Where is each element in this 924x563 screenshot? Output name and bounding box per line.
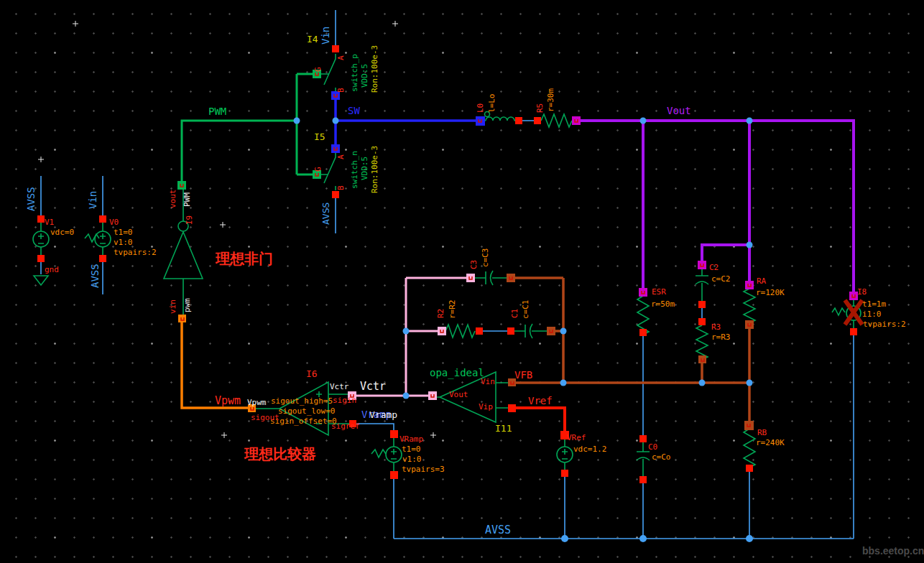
- net-label-vpwm[interactable]: Vpwm: [215, 396, 241, 407]
- pin-net-label-vramp[interactable]: Vramp: [369, 410, 397, 420]
- label-i4-vdd[interactable]: VDD:5: [361, 64, 369, 88]
- label-i6-p2[interactable]: sigout_low=0: [278, 407, 335, 416]
- symbol-source-v0[interactable]: [85, 223, 111, 257]
- symbol-cap-c3[interactable]: [474, 271, 507, 285]
- label-gnd[interactable]: gnd: [45, 266, 59, 274]
- net-label-vref[interactable]: Vref: [528, 396, 553, 406]
- label-i4-name[interactable]: I4: [307, 34, 318, 45]
- symbol-resistor-r3[interactable]: [696, 325, 708, 360]
- label-v1-name[interactable]: V1: [45, 218, 54, 227]
- label-r2-name[interactable]: R2: [437, 309, 445, 318]
- symbol-gnd[interactable]: [34, 276, 48, 285]
- net-label-avss-v0[interactable]: AVSS: [90, 264, 101, 288]
- label-vramp-p2[interactable]: v1:0: [402, 455, 422, 464]
- label-vramp-p1[interactable]: t1=0: [402, 445, 421, 454]
- net-label-vctr[interactable]: Vctr: [360, 381, 386, 393]
- label-i4-model[interactable]: switch_p: [351, 54, 359, 92]
- net-label-vin-v0[interactable]: Vin: [88, 191, 98, 209]
- net-label-avss-v1[interactable]: AVSS: [26, 187, 37, 211]
- label-c2-param[interactable]: c=C2: [711, 275, 731, 284]
- label-i11-model[interactable]: opa_ideal: [430, 368, 484, 378]
- pin-net-label-vpwm[interactable]: Vpwm: [247, 399, 267, 407]
- net-label-avss-rail[interactable]: AVSS: [485, 525, 511, 536]
- annotation-ideal-comparator[interactable]: 理想比较器: [244, 447, 316, 462]
- label-i5-ron[interactable]: Ron:100e-3: [371, 146, 379, 193]
- pin-net-label-pwm-lower[interactable]: pwm: [183, 298, 192, 312]
- label-i9-name[interactable]: I9: [185, 215, 194, 225]
- label-vref-param[interactable]: vdc=1.2: [573, 445, 606, 454]
- symbol-inductor-l0[interactable]: [484, 112, 516, 121]
- label-c1-name[interactable]: C1: [511, 309, 519, 318]
- label-ra-name[interactable]: RA: [757, 277, 766, 286]
- symbol-opamp-i11[interactable]: [435, 372, 508, 422]
- symbol-switch-i4[interactable]: [321, 54, 336, 92]
- wire-thin-blue-nets[interactable]: [41, 10, 854, 539]
- label-c1-param[interactable]: c=C1: [522, 300, 530, 320]
- label-vramp-p3[interactable]: tvpairs=3: [402, 465, 445, 474]
- label-v0-p2[interactable]: v1:0: [114, 238, 133, 247]
- label-c0-param[interactable]: c=Co: [652, 453, 671, 462]
- symbol-source-vref[interactable]: [557, 437, 573, 471]
- label-c2-name[interactable]: C2: [709, 264, 719, 272]
- label-i8-p3[interactable]: tvpairs:2: [863, 320, 906, 329]
- label-i8-p1[interactable]: t1=1m: [862, 300, 886, 309]
- label-esr-name[interactable]: ESR: [652, 288, 666, 297]
- label-i11-name[interactable]: I11: [495, 424, 512, 434]
- label-c3-param[interactable]: c=C3: [481, 248, 490, 268]
- net-label-avss-i5[interactable]: AVSS: [321, 203, 331, 225]
- label-i6-p3[interactable]: sigin_offset=0: [270, 417, 337, 426]
- label-l0-name[interactable]: L0: [476, 103, 485, 113]
- symbol-current-source-i8[interactable]: [832, 299, 862, 328]
- net-label-pwm[interactable]: PWM: [208, 106, 226, 117]
- schematic-canvas[interactable]: Vin I4 A G B switch_p VDD:5 Ron:100e-3 S…: [0, 0, 924, 563]
- label-r2-param[interactable]: r=R2: [448, 300, 457, 320]
- symbol-resistor-r2[interactable]: [445, 325, 475, 338]
- label-c0-name[interactable]: C0: [648, 443, 657, 452]
- label-v0-name[interactable]: V0: [109, 218, 119, 227]
- label-i11-pin-vip: Vip: [479, 403, 493, 411]
- symbol-cap-c2[interactable]: [696, 269, 708, 302]
- label-i8-p2[interactable]: i1:0: [862, 310, 882, 319]
- label-i6-pin-sigref: sigref: [331, 422, 360, 431]
- net-label-vin-top[interactable]: Vin: [320, 27, 331, 45]
- label-v0-p3[interactable]: tvpairs:2: [114, 248, 157, 257]
- label-v1-param[interactable]: vdc=0: [50, 228, 74, 237]
- symbol-cap-c1[interactable]: [514, 324, 547, 338]
- label-i8-name[interactable]: I8: [857, 288, 867, 297]
- label-i6-p1[interactable]: sigout_high=5: [271, 397, 333, 406]
- label-c3-name[interactable]: C3: [470, 260, 479, 269]
- net-label-sw[interactable]: SW: [348, 106, 360, 116]
- symbol-resistor-ra[interactable]: [744, 289, 755, 323]
- label-r5-name[interactable]: R5: [536, 103, 545, 113]
- label-ra-param[interactable]: r=120K: [756, 289, 785, 297]
- annotation-ideal-not-gate[interactable]: 理想非门: [216, 251, 273, 266]
- label-esr-param[interactable]: r=50m: [651, 300, 675, 309]
- label-i5-name[interactable]: I5: [314, 132, 325, 142]
- label-i6-name[interactable]: I6: [306, 369, 318, 379]
- label-i5-model[interactable]: switch_n: [351, 151, 359, 189]
- label-r3-name[interactable]: R3: [711, 323, 721, 332]
- label-rb-name[interactable]: RB: [757, 429, 767, 437]
- pin-net-label-pwm-upper[interactable]: PWM: [183, 192, 192, 207]
- symbol-source-vramp[interactable]: [371, 437, 402, 471]
- net-label-vout[interactable]: Vout: [667, 106, 691, 116]
- label-r3-param[interactable]: r=R3: [711, 333, 731, 342]
- label-l0-param[interactable]: l=Lo: [488, 94, 496, 113]
- net-label-vfb[interactable]: VFB: [514, 370, 532, 381]
- label-v0-p1[interactable]: t1=0: [114, 228, 133, 237]
- label-vramp-name[interactable]: VRamp: [399, 435, 423, 444]
- symbol-resistor-rb[interactable]: [744, 429, 755, 467]
- label-i5-vdd[interactable]: VDD:5: [361, 157, 369, 180]
- wire-vref-net[interactable]: [515, 408, 565, 432]
- symbol-resistor-esr[interactable]: [637, 296, 649, 335]
- label-r5-param[interactable]: r=30m: [547, 88, 555, 112]
- label-vref-name[interactable]: VRef: [567, 434, 586, 442]
- pin-terminals[interactable]: [37, 45, 858, 483]
- label-i4-ron[interactable]: Ron:100e-3: [371, 45, 379, 93]
- label-rb-param[interactable]: r=240K: [756, 439, 785, 447]
- pin-net-label-vctr[interactable]: Vctr: [330, 383, 349, 391]
- symbol-source-v1[interactable]: [33, 223, 49, 257]
- symbol-switch-i5[interactable]: [321, 152, 336, 190]
- symbol-resistor-r5[interactable]: [541, 114, 572, 127]
- wire-pwm-net[interactable]: [182, 74, 313, 187]
